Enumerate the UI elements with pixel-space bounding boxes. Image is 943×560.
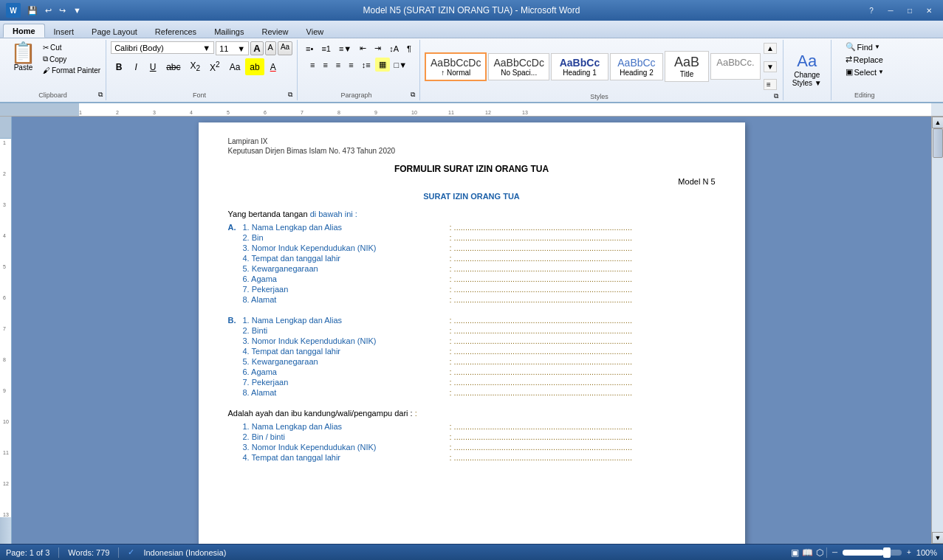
style-normal-label: ↑ Normal	[441, 69, 470, 77]
clipboard-expand-icon[interactable]: ⧉	[98, 91, 103, 99]
zoom-bar-fill	[843, 550, 884, 556]
section-a: A. 1. Nama Lengkap dan Alias : .........…	[228, 223, 716, 304]
section-b: B. 1. Nama Lengkap dan Alias : .........…	[228, 316, 716, 397]
minimize-btn[interactable]: ─	[882, 4, 899, 16]
section-b-item6: 6. Agama : .............................…	[228, 367, 716, 376]
change-case-button[interactable]: Aa	[225, 58, 245, 75]
align-center-button[interactable]: ≡	[319, 58, 331, 72]
styles-expand-icon[interactable]: ⧉	[774, 92, 778, 100]
vertical-ruler: 1 2 3 4 5 6 7 8 9 10 11 12 13	[0, 117, 12, 544]
style-heading1-btn[interactable]: AaBbCc Heading 1	[551, 53, 608, 80]
word-count: Words: 779	[68, 548, 109, 557]
format-painter-button[interactable]: 🖌 Format Painter	[41, 66, 103, 75]
show-formatting-button[interactable]: ¶	[403, 41, 415, 55]
font-color-button[interactable]: A	[265, 58, 281, 75]
title-bar: W 💾 ↩ ↪ ▼ Model N5 (SURAT IZIN ORANG TUA…	[0, 0, 943, 21]
font-size-increase-btn[interactable]: A	[250, 41, 263, 55]
style-heading1-label: Heading 1	[563, 69, 597, 77]
style-subtitle-btn[interactable]: AaBbCc. .	[710, 53, 761, 80]
scroll-up-btn[interactable]: ▲	[932, 117, 943, 128]
bullets-button[interactable]: ≡•	[302, 41, 317, 55]
view-reading-icon[interactable]: 📖	[802, 547, 813, 558]
numbering-button[interactable]: ≡1	[318, 41, 335, 55]
page-info: Page: 1 of 3	[6, 548, 49, 557]
change-styles-footer	[788, 97, 826, 99]
bold-button[interactable]: B	[111, 58, 127, 75]
highlight-button[interactable]: ab	[245, 58, 264, 75]
tab-page-layout[interactable]: Page Layout	[83, 25, 146, 38]
paste-button[interactable]: 📋 Paste	[7, 41, 39, 73]
styles-scroll-down[interactable]: ▼	[764, 61, 777, 72]
scroll-thumb[interactable]	[933, 128, 943, 158]
increase-indent-button[interactable]: ⇥	[371, 41, 385, 55]
window-title: Model N5 (SURAT IZIN ORANG TUA) - Micros…	[363, 5, 580, 15]
zoom-out-btn[interactable]: ─	[830, 547, 840, 557]
section-a-item2: 2. Bin : ...............................…	[228, 233, 716, 242]
undo-quick-btn[interactable]: ↩	[43, 5, 54, 16]
align-left-button[interactable]: ≡	[306, 58, 318, 72]
line-spacing-button[interactable]: ↕≡	[358, 58, 374, 72]
redo-quick-btn[interactable]: ↪	[57, 5, 68, 16]
clipboard-label: Clipboard	[7, 91, 98, 99]
ribbon-tabs: Home Insert Page Layout References Maili…	[0, 21, 943, 38]
view-normal-icon[interactable]: ▣	[791, 547, 799, 558]
scroll-track	[932, 128, 943, 532]
justify-button[interactable]: ≡	[345, 58, 357, 72]
styles-scroll-more[interactable]: ≡	[764, 79, 777, 90]
ruler-corner	[12, 103, 24, 116]
copy-button[interactable]: ⧉ Copy	[41, 54, 103, 64]
ruler: 1 2 3 4 5 6 7 8 9 10 11 12 13	[0, 103, 943, 117]
style-title-btn[interactable]: AaB Title	[665, 51, 709, 82]
font-family-selector[interactable]: Calibri (Body) ▼	[111, 41, 214, 54]
borders-button[interactable]: □▼	[391, 58, 411, 72]
zoom-in-btn[interactable]: +	[905, 547, 913, 557]
style-heading2-btn[interactable]: AaBbCc Heading 2	[610, 53, 663, 80]
maximize-btn[interactable]: □	[902, 4, 918, 16]
font-expand-icon[interactable]: ⧉	[288, 91, 292, 99]
editing-content: 🔍 Find ▼ ⇄ Replace ▣ Select ▼	[843, 41, 887, 90]
font-size-selector[interactable]: 11 ▼	[216, 41, 249, 55]
tab-home[interactable]: Home	[3, 24, 45, 38]
status-left: Page: 1 of 3 Words: 779 ✓ Indonesian (In…	[6, 547, 226, 558]
style-normal-btn[interactable]: AaBbCcDc ↑ Normal	[425, 52, 487, 81]
shading-button[interactable]: ▦	[375, 58, 390, 72]
replace-icon: ⇄	[846, 55, 852, 64]
styles-scroll-up[interactable]: ▲	[764, 43, 777, 54]
doc-keputusan: Keputusan Dirjen Bimas Islam No. 473 Tah…	[228, 147, 716, 155]
quick-access-dropdown[interactable]: ▼	[71, 5, 83, 15]
superscript-button[interactable]: X2	[205, 58, 224, 75]
align-right-button[interactable]: ≡	[332, 58, 344, 72]
change-styles-button[interactable]: Aa Change Styles ▼	[788, 49, 826, 89]
tab-view[interactable]: View	[298, 25, 333, 38]
subscript-button[interactable]: X2	[186, 58, 205, 75]
multilevel-button[interactable]: ≡▼	[335, 41, 355, 55]
decrease-indent-button[interactable]: ⇤	[356, 41, 370, 55]
tab-insert[interactable]: Insert	[45, 25, 83, 38]
status-divider1	[58, 547, 59, 558]
tab-references[interactable]: References	[146, 25, 205, 38]
tab-mailings[interactable]: Mailings	[205, 25, 253, 38]
paragraph-expand-icon[interactable]: ⧉	[411, 91, 415, 99]
underline-button[interactable]: U	[145, 58, 161, 75]
select-button[interactable]: ▣ Select ▼	[843, 66, 887, 77]
clear-formatting-btn[interactable]: Aa	[278, 41, 292, 55]
replace-button[interactable]: ⇄ Replace	[843, 54, 885, 65]
find-button[interactable]: 🔍 Find ▼	[843, 41, 882, 52]
document-page[interactable]: Lampiran IX Keputusan Dirjen Bimas Islam…	[199, 122, 745, 544]
cut-button[interactable]: ✂ Cut	[41, 43, 103, 52]
help-btn[interactable]: ?	[863, 4, 879, 16]
zoom-slider[interactable]	[883, 547, 891, 558]
strikethrough-button[interactable]: abc	[162, 58, 185, 75]
view-web-icon[interactable]: ⬡	[816, 547, 823, 558]
close-btn[interactable]: ✕	[921, 4, 937, 16]
style-nospacing-preview: AaBbCcDc	[493, 57, 543, 69]
spell-check-icon[interactable]: ✓	[128, 547, 134, 557]
save-quick-btn[interactable]: 💾	[25, 5, 40, 16]
font-size-decrease-btn[interactable]: A	[265, 41, 276, 55]
scroll-down-btn[interactable]: ▼	[932, 532, 943, 544]
copy-icon: ⧉	[43, 55, 48, 63]
italic-button[interactable]: I	[128, 58, 144, 75]
tab-review[interactable]: Review	[253, 25, 297, 38]
style-nospacing-btn[interactable]: AaBbCcDc No Spaci...	[488, 53, 549, 80]
sort-button[interactable]: ↕A	[385, 41, 402, 55]
